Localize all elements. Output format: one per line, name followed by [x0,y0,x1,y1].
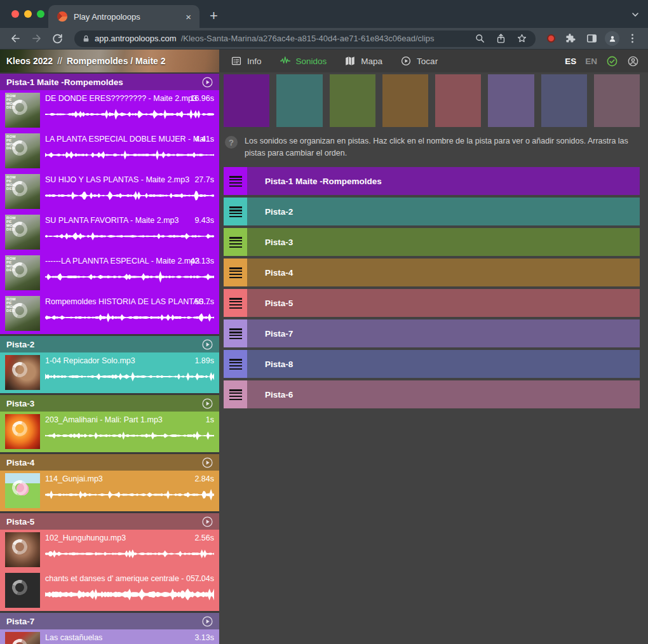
sidebar-track-name[interactable]: Pista-3 [6,399,201,408]
sidebar-track-name[interactable]: Pista-7 [6,617,201,626]
track-row-name-bar[interactable]: Pista-6 [247,380,640,408]
play-track-button[interactable] [201,398,213,410]
clip-waveform[interactable] [45,547,214,560]
clip-item[interactable]: ROM PE MOL DESRompemoldes HISTORIA DE LA… [0,293,219,334]
nav-item-info[interactable]: Info [231,55,262,67]
nav-item-tocar[interactable]: Tocar [400,55,438,67]
profile-avatar[interactable] [605,31,619,46]
language-en-button[interactable]: EN [585,57,597,66]
account-icon[interactable] [627,55,639,67]
lock-icon[interactable] [82,34,90,43]
clip-item[interactable]: 203_Amalihani - Mali: Part 1.mp31s [0,412,219,452]
drag-handle[interactable] [224,289,247,317]
clip-thumbnail[interactable]: ROM PE MOL DES [5,133,40,168]
track-row-pista-1[interactable]: Pista-1 Maite -Rompemoldes [224,167,640,195]
clip-item[interactable]: ROM PE MOL DES------LA PLANNTA ESPECIAL … [0,253,219,293]
sidebar-track-name[interactable]: Pista-1 Maite -Rompemoldes [6,77,201,87]
clip-waveform[interactable] [45,588,214,601]
track-row-name-bar[interactable]: Pista-5 [247,289,640,317]
sidebar-section-header[interactable]: Pista-4 [0,454,219,471]
nav-item-sonidos[interactable]: Sonidos [280,55,327,67]
browser-menu-kebab-icon[interactable] [626,32,638,44]
browser-tab[interactable]: Play Antropoloops × [48,5,199,28]
nav-item-mapa[interactable]: Mapa [344,55,382,67]
drag-handle[interactable] [224,319,247,347]
track-row-name-bar[interactable]: Pista-4 [247,258,640,286]
clip-thumbnail[interactable] [5,414,40,449]
clip-thumbnail[interactable]: ROM PE MOL DES [5,296,40,331]
clip-item[interactable]: 1-04 Repicador Solo.mp31.89s [0,352,219,393]
sidebar-section-header[interactable]: Pista-5 [0,513,219,530]
close-window-button[interactable] [11,10,19,18]
sidebar-track-name[interactable]: Pista-4 [6,458,201,467]
forward-icon[interactable] [30,32,43,44]
track-row-name-bar[interactable]: Pista-3 [247,228,640,256]
clip-waveform[interactable] [45,311,214,324]
clip-item[interactable]: 102_Hunguhungu.mp32.56s [0,530,219,570]
track-row-pista-8[interactable]: Pista-8 [224,350,640,378]
track-row-pista-5[interactable]: Pista-5 [224,289,640,317]
language-es-button[interactable]: ES [565,57,576,66]
track-row-pista-6[interactable]: Pista-6 [224,380,640,408]
play-track-button[interactable] [201,615,213,627]
address-bar[interactable]: app.antropoloops.com/Kleos-Santa-Marina/… [74,30,536,47]
minimize-window-button[interactable] [24,10,32,18]
track-row-pista-3[interactable]: Pista-3 [224,228,640,256]
track-row-pista-2[interactable]: Pista-2 [224,198,640,225]
back-icon[interactable] [10,32,22,44]
drag-handle[interactable] [224,167,247,195]
track-row-name-bar[interactable]: Pista-2 [247,198,640,225]
breadcrumb-project[interactable]: Kleos 2022 [6,56,53,66]
clip-thumbnail[interactable] [5,632,40,644]
clip-thumbnail[interactable]: ROM PE MOL DES [5,215,40,250]
drag-handle[interactable] [224,228,247,256]
drag-handle[interactable] [224,380,247,408]
clip-waveform[interactable] [45,271,214,283]
clip-waveform[interactable] [45,149,214,161]
track-row-pista-4[interactable]: Pista-4 [224,258,640,286]
side-panel-icon[interactable] [586,32,598,44]
recording-extension-icon[interactable] [547,34,555,43]
clip-waveform[interactable] [45,429,214,442]
clip-item[interactable]: chants et danses d' amerique centrale - … [0,570,219,611]
track-row-name-bar[interactable]: Pista-7 [247,319,640,347]
clip-item[interactable]: 114_Gunjai.mp32.84s [0,471,219,511]
reload-icon[interactable] [51,32,64,44]
sidebar-section-header[interactable]: Pista-2 [0,336,219,352]
clip-item[interactable]: ROM PE MOL DESSU PLANTA FAVORITA - Maite… [0,212,219,253]
play-track-button[interactable] [201,516,213,528]
search-icon[interactable] [474,33,486,44]
clip-waveform[interactable] [45,108,214,121]
track-row-pista-7[interactable]: Pista-7 [224,319,640,347]
play-track-button[interactable] [201,76,213,88]
share-icon[interactable] [495,33,507,44]
extensions-puzzle-icon[interactable] [565,32,577,44]
fullscreen-window-button[interactable] [37,10,44,18]
sidebar-section-header[interactable]: Pista-7 [0,613,219,629]
tab-search-chevron-icon[interactable] [630,10,640,20]
clip-thumbnail[interactable] [5,355,40,390]
tab-close-icon[interactable]: × [182,11,194,23]
drag-handle[interactable] [224,198,247,225]
clip-waveform[interactable] [45,189,214,202]
bookmark-star-icon[interactable] [516,33,528,44]
clip-thumbnail[interactable] [5,473,40,508]
clip-thumbnail[interactable]: ROM PE MOL DES [5,174,40,209]
clip-item[interactable]: ROM PE MOL DESSU HIJO Y LAS PLANTAS - Ma… [0,171,219,212]
play-track-button[interactable] [201,457,213,469]
sidebar-track-name[interactable]: Pista-5 [6,517,201,527]
sidebar-track-name[interactable]: Pista-2 [6,340,201,349]
play-track-button[interactable] [201,339,213,351]
clip-item[interactable]: ROM PE MOL DESDE DONDE ERES???????? - Ma… [0,90,219,131]
clip-thumbnail[interactable]: ROM PE MOL DES [5,255,40,290]
clip-item[interactable]: ROM PE MOL DESLA PLANTA ESPECIAL DOBLE M… [0,131,219,171]
new-tab-button[interactable]: + [210,9,218,23]
clip-item[interactable]: Las castañuelas3.13s [0,629,219,644]
sidebar-section-header[interactable]: Pista-1 Maite -Rompemoldes [0,74,219,90]
drag-handle[interactable] [224,258,247,286]
track-row-name-bar[interactable]: Pista-1 Maite -Rompemoldes [247,167,640,195]
clip-thumbnail[interactable] [5,573,40,608]
breadcrumb[interactable]: Kleos 2022//Rompemoldes / Maite 2 [6,56,166,66]
clip-waveform[interactable] [45,488,214,501]
clip-waveform[interactable] [45,230,214,243]
